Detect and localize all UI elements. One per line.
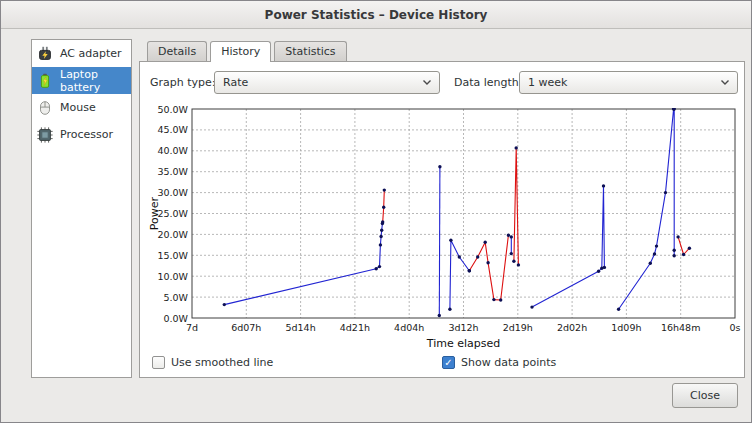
- tab-history[interactable]: History: [210, 41, 271, 62]
- check-icon: ✓: [444, 358, 452, 368]
- checkbox-box[interactable]: ✓: [442, 356, 455, 369]
- chevron-down-icon: [720, 76, 730, 89]
- battery-icon: [35, 71, 55, 91]
- svg-text:35.0W: 35.0W: [157, 166, 188, 177]
- sidebar-item-mouse[interactable]: Mouse: [32, 94, 131, 121]
- svg-text:5d14h: 5d14h: [286, 322, 316, 333]
- svg-text:7d: 7d: [186, 322, 198, 333]
- svg-text:3d12h: 3d12h: [448, 322, 478, 333]
- svg-text:16h48m: 16h48m: [661, 322, 700, 333]
- history-panel: Graph type: Rate Data length: 1 week 0.0…: [139, 61, 745, 378]
- tab-bar: Details History Statistics: [147, 40, 350, 61]
- tab-details[interactable]: Details: [147, 41, 207, 61]
- svg-text:40.0W: 40.0W: [157, 145, 188, 156]
- graph-type-value: Rate: [223, 76, 248, 89]
- svg-text:6d07h: 6d07h: [231, 322, 261, 333]
- sidebar-item-label: Mouse: [60, 101, 96, 114]
- checkbox-label: Use smoothed line: [171, 356, 273, 369]
- sidebar-item-label: AC adapter: [60, 47, 122, 60]
- svg-text:50.0W: 50.0W: [157, 104, 188, 115]
- device-list: AC adapter Laptop battery Mouse: [31, 39, 132, 378]
- use-smoothed-line-checkbox[interactable]: ✓ Use smoothed line: [152, 356, 273, 369]
- mouse-icon: [35, 98, 55, 118]
- svg-text:15.0W: 15.0W: [157, 250, 188, 261]
- close-button[interactable]: Close: [672, 383, 738, 408]
- svg-text:0s: 0s: [730, 322, 741, 333]
- svg-text:20.0W: 20.0W: [157, 229, 188, 240]
- sidebar-item-label: Laptop battery: [60, 68, 128, 94]
- graph-type-dropdown[interactable]: Rate: [214, 71, 440, 94]
- show-data-points-checkbox[interactable]: ✓ Show data points: [442, 356, 556, 369]
- sidebar-item-processor[interactable]: Processor: [32, 121, 131, 148]
- sidebar-item-ac-adapter[interactable]: AC adapter: [32, 40, 131, 67]
- svg-text:30.0W: 30.0W: [157, 187, 188, 198]
- power-statistics-window: Power Statistics – Device History AC ada…: [0, 0, 752, 423]
- svg-text:5.0W: 5.0W: [163, 292, 188, 303]
- data-length-value: 1 week: [528, 76, 567, 89]
- data-length-label: Data length:: [454, 76, 523, 89]
- checkbox-box[interactable]: ✓: [152, 356, 165, 369]
- svg-text:Time elapsed: Time elapsed: [426, 337, 500, 350]
- svg-text:2d02h: 2d02h: [557, 322, 587, 333]
- svg-text:0.0W: 0.0W: [163, 313, 188, 324]
- tab-statistics[interactable]: Statistics: [274, 41, 346, 61]
- svg-text:4d21h: 4d21h: [340, 322, 370, 333]
- sidebar-item-laptop-battery[interactable]: Laptop battery: [32, 67, 131, 94]
- processor-icon: [35, 125, 55, 145]
- svg-text:2d19h: 2d19h: [503, 322, 533, 333]
- svg-text:4d04h: 4d04h: [394, 322, 424, 333]
- svg-text:Power: Power: [148, 196, 161, 230]
- ac-adapter-icon: [35, 44, 55, 64]
- chevron-down-icon: [422, 76, 432, 89]
- sidebar-item-label: Processor: [60, 128, 113, 141]
- chart-controls: Graph type: Rate Data length: 1 week: [150, 71, 740, 95]
- titlebar[interactable]: Power Statistics – Device History: [1, 1, 751, 29]
- window-title: Power Statistics – Device History: [265, 8, 488, 22]
- history-chart: 0.0W5.0W10.0W15.0W20.0W25.0W30.0W35.0W40…: [140, 102, 742, 354]
- data-length-dropdown[interactable]: 1 week: [519, 71, 738, 94]
- checkbox-label: Show data points: [461, 356, 556, 369]
- svg-text:25.0W: 25.0W: [157, 208, 188, 219]
- graph-type-label: Graph type:: [150, 76, 216, 89]
- svg-text:1d09h: 1d09h: [611, 322, 641, 333]
- svg-text:45.0W: 45.0W: [157, 124, 188, 135]
- svg-text:10.0W: 10.0W: [157, 271, 188, 282]
